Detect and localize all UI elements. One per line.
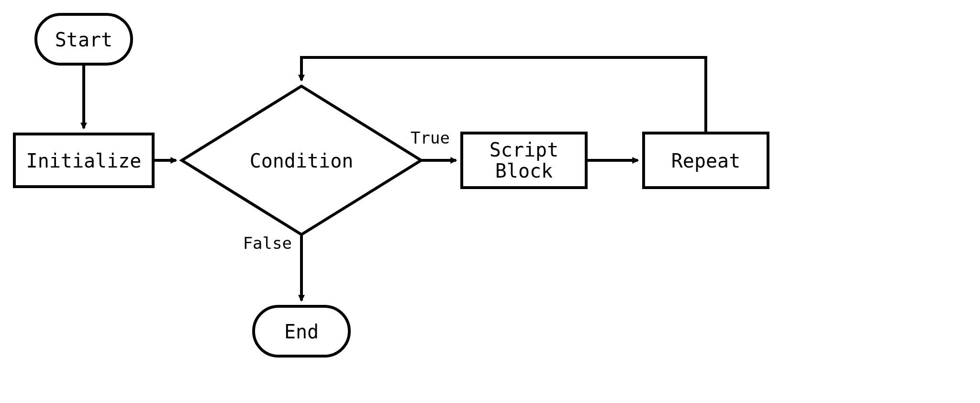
node-scriptblock-line1: Script xyxy=(490,139,559,161)
node-scriptblock: Script Block xyxy=(462,133,586,188)
node-start-label: Start xyxy=(55,29,112,51)
node-start: Start xyxy=(36,14,132,64)
flowchart: Start Initialize Condition Script Block … xyxy=(0,0,980,403)
node-scriptblock-line2: Block xyxy=(495,160,553,182)
node-repeat: Repeat xyxy=(644,133,768,188)
node-repeat-label: Repeat xyxy=(671,150,741,172)
edge-condition-false-label: False xyxy=(243,234,292,253)
node-condition: Condition xyxy=(182,86,421,235)
node-condition-label: Condition xyxy=(250,150,354,172)
node-end: End xyxy=(254,306,349,356)
edge-repeat-to-condition xyxy=(301,57,706,133)
node-initialize-label: Initialize xyxy=(26,150,142,172)
edge-condition-true-label: True xyxy=(411,128,450,147)
node-initialize: Initialize xyxy=(14,134,153,187)
node-end-label: End xyxy=(284,321,319,343)
